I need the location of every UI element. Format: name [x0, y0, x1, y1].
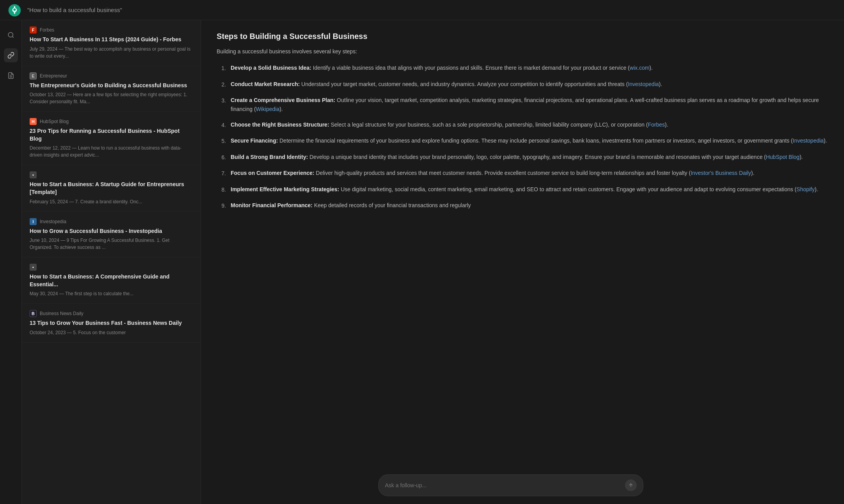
step-title: Monitor Financial Performance: [231, 202, 313, 208]
step-link[interactable]: Forbes [648, 122, 665, 128]
source-header: • [30, 171, 193, 178]
step-number: 3. [217, 96, 226, 113]
step-title: Conduct Market Research: [231, 81, 300, 87]
followup-bar [378, 474, 643, 496]
source-header: I Investopedia [30, 218, 193, 225]
step-content: Create a Comprehensive Business Plan: Ou… [231, 96, 828, 113]
source-title: How to Start a Business: A Startup Guide… [30, 181, 193, 196]
source-item[interactable]: H HubSpot Blog 23 Pro Tips for Running a… [22, 112, 201, 165]
step-number: 5. [217, 136, 226, 145]
source-favicon: • [30, 264, 37, 271]
step-content: Secure Financing: Determine the financia… [231, 136, 828, 145]
source-favicon: B [30, 310, 37, 317]
source-snippet: October 24, 2023 — 5. Focus on the custo… [30, 329, 193, 336]
source-snippet: May 30, 2024 — The first step is to calc… [30, 290, 193, 297]
step-number: 8. [217, 185, 226, 194]
step-title: Secure Financing: [231, 137, 278, 144]
step-number: 7. [217, 169, 226, 178]
source-favicon: H [30, 118, 37, 125]
followup-input[interactable] [385, 482, 621, 488]
source-header: F Forbes [30, 26, 193, 33]
step-title: Develop a Solid Business Idea: [231, 65, 311, 71]
source-favicon: E [30, 72, 37, 79]
step-content: Conduct Market Research: Understand your… [231, 80, 828, 89]
step-number: 4. [217, 120, 226, 129]
step-link[interactable]: Investopedia [793, 137, 823, 144]
step-item: 8. Implement Effective Marketing Strateg… [217, 185, 828, 194]
source-item[interactable]: F Forbes How To Start A Business In 11 S… [22, 20, 201, 66]
step-item: 5. Secure Financing: Determine the finan… [217, 136, 828, 145]
steps-list: 1. Develop a Solid Business Idea: Identi… [217, 63, 828, 210]
step-content: Implement Effective Marketing Strategies… [231, 185, 828, 194]
source-item[interactable]: • How to Start a Business: A Startup Gui… [22, 165, 201, 211]
step-link[interactable]: Shopify [796, 186, 815, 192]
source-item[interactable]: • How to Start a Business: A Comprehensi… [22, 257, 201, 304]
step-number: 6. [217, 153, 226, 162]
step-link[interactable]: Wikipedia [256, 106, 280, 112]
source-site-name: Investopedia [40, 219, 66, 224]
step-item: 6. Build a Strong Brand Identity: Develo… [217, 153, 828, 162]
source-title: 13 Tips to Grow Your Business Fast - Bus… [30, 319, 193, 327]
source-snippet: February 15, 2024 — 7. Create a brand id… [30, 198, 193, 205]
content-title: Steps to Building a Successful Business [217, 32, 828, 41]
search-icon-button[interactable] [4, 28, 18, 42]
main-layout: F Forbes How To Start A Business In 11 S… [0, 20, 844, 504]
source-title: How to Start a Business: A Comprehensive… [30, 273, 193, 288]
source-item[interactable]: B Business News Daily 13 Tips to Grow Yo… [22, 304, 201, 343]
content-intro: Building a successful business involves … [217, 47, 828, 56]
sources-panel: F Forbes How To Start A Business In 11 S… [22, 20, 201, 504]
step-item: 1. Develop a Solid Business Idea: Identi… [217, 63, 828, 72]
source-snippet: October 13, 2022 — Here are a few tips f… [30, 91, 193, 105]
app-header: "How to build a successful business" [0, 0, 844, 20]
source-title: How To Start A Business In 11 Steps (202… [30, 36, 193, 44]
step-link[interactable]: Investor's Business Daily [690, 170, 751, 176]
svg-point-0 [8, 32, 13, 37]
source-site-name: Forbes [40, 27, 54, 33]
source-header: E Entrepreneur [30, 72, 193, 79]
source-snippet: December 12, 2022 — Learn how to run a s… [30, 145, 193, 159]
source-favicon: • [30, 171, 37, 178]
step-title: Create a Comprehensive Business Plan: [231, 97, 335, 103]
step-link[interactable]: HubSpot Blog [766, 154, 799, 160]
source-title: The Entrepreneur's Guide to Building a S… [30, 82, 193, 90]
step-item: 4. Choose the Right Business Structure: … [217, 120, 828, 129]
source-favicon: I [30, 218, 37, 225]
source-snippet: June 10, 2024 — 9 Tips For Growing A Suc… [30, 237, 193, 251]
step-title: Build a Strong Brand Identity: [231, 154, 308, 160]
source-header: H HubSpot Blog [30, 118, 193, 125]
step-content: Build a Strong Brand Identity: Develop a… [231, 153, 828, 162]
source-snippet: July 29, 2024 — The best way to accompli… [30, 46, 193, 60]
link-icon-button[interactable] [4, 48, 18, 62]
step-content: Focus on Customer Experience: Deliver hi… [231, 169, 828, 178]
followup-send-button[interactable] [625, 479, 637, 491]
source-site-name: HubSpot Blog [40, 119, 69, 124]
step-item: 3. Create a Comprehensive Business Plan:… [217, 96, 828, 113]
source-site-name: Business News Daily [40, 311, 83, 316]
step-title: Focus on Customer Experience: [231, 170, 314, 176]
step-title: Choose the Right Business Structure: [231, 122, 329, 128]
step-content: Develop a Solid Business Idea: Identify … [231, 63, 828, 72]
step-number: 2. [217, 80, 226, 89]
step-link[interactable]: wix.com [630, 65, 650, 71]
content-area: Steps to Building a Successful Business … [201, 20, 844, 504]
step-item: 7. Focus on Customer Experience: Deliver… [217, 169, 828, 178]
step-content: Monitor Financial Performance: Keep deta… [231, 201, 828, 210]
header-query-text: "How to build a successful business" [27, 7, 122, 13]
step-link[interactable]: Investopedia [628, 81, 659, 87]
source-title: 23 Pro Tips for Running a Successful Bus… [30, 127, 193, 143]
source-site-name: Entrepreneur [40, 73, 67, 79]
source-item[interactable]: I Investopedia How to Grow a Successful … [22, 212, 201, 258]
step-number: 1. [217, 63, 226, 72]
step-number: 9. [217, 201, 226, 210]
app-logo [8, 4, 21, 17]
step-content: Choose the Right Business Structure: Sel… [231, 120, 828, 129]
source-header: B Business News Daily [30, 310, 193, 317]
document-icon-button[interactable] [4, 69, 18, 83]
source-favicon: F [30, 26, 37, 33]
source-item[interactable]: E Entrepreneur The Entrepreneur's Guide … [22, 66, 201, 112]
source-header: • [30, 264, 193, 271]
step-title: Implement Effective Marketing Strategies… [231, 186, 339, 192]
source-title: How to Grow a Successful Business - Inve… [30, 227, 193, 235]
step-item: 2. Conduct Market Research: Understand y… [217, 80, 828, 89]
step-item: 9. Monitor Financial Performance: Keep d… [217, 201, 828, 210]
